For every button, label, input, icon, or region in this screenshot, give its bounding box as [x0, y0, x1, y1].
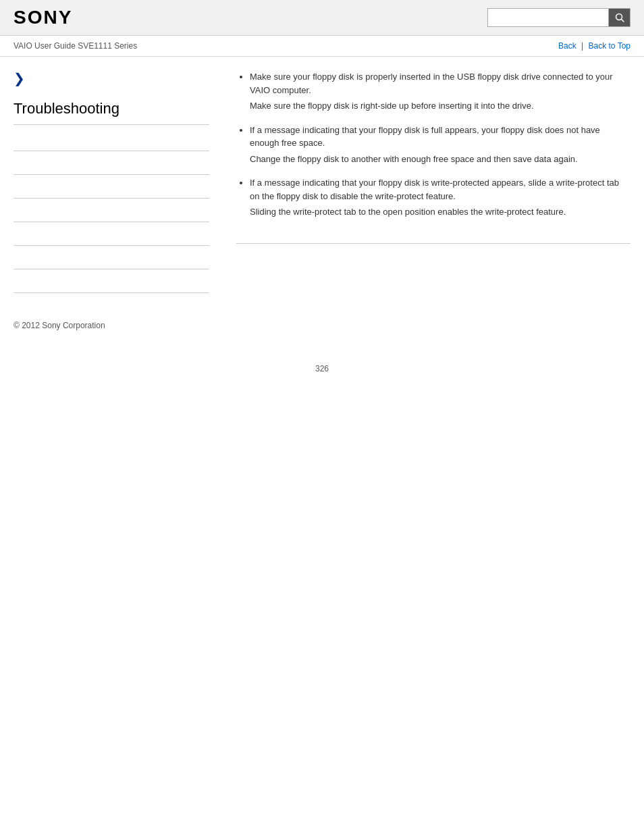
list-item[interactable]: [14, 151, 209, 175]
copyright-text: © 2012 Sony Corporation: [14, 321, 105, 330]
page-header: SONY: [0, 0, 644, 36]
list-item: Make sure your floppy disk is properly i…: [250, 70, 630, 113]
nav-separator: |: [581, 41, 583, 51]
sidebar-nav-list: [14, 134, 209, 293]
page-number: 326: [0, 364, 644, 387]
sony-logo: SONY: [14, 7, 72, 28]
svg-line-1: [621, 20, 624, 22]
footer: © 2012 Sony Corporation: [0, 307, 644, 337]
bullet-note: Sliding the write-protect tab to the ope…: [250, 205, 630, 219]
list-item[interactable]: [14, 175, 209, 199]
search-icon: [615, 13, 624, 22]
back-link[interactable]: Back: [558, 41, 576, 51]
list-item[interactable]: [14, 222, 209, 246]
search-input[interactable]: [487, 8, 609, 27]
bullet-list: Make sure your floppy disk is properly i…: [236, 70, 630, 219]
list-item[interactable]: [14, 134, 209, 151]
bullet-note: Make sure the floppy disk is right-side …: [250, 99, 630, 113]
sidebar: ❯ Troubleshooting: [14, 70, 223, 293]
sidebar-title: Troubleshooting: [14, 100, 209, 125]
list-item[interactable]: [14, 246, 209, 269]
list-item[interactable]: [14, 199, 209, 222]
nav-links: Back | Back to Top: [558, 41, 630, 51]
page-content: ❯ Troubleshooting Make sure your floppy …: [0, 57, 644, 307]
bullet-note: Change the floppy disk to another with e…: [250, 153, 630, 166]
list-item[interactable]: [14, 269, 209, 293]
list-item: If a message indicating that your floppy…: [250, 124, 630, 166]
back-to-top-link[interactable]: Back to Top: [589, 41, 630, 51]
search-button[interactable]: [609, 8, 630, 27]
main-content-inner: Make sure your floppy disk is properly i…: [236, 70, 630, 244]
list-item: If a message indicating that your floppy…: [250, 176, 630, 219]
sidebar-arrow: ❯: [14, 70, 209, 86]
main-content: Make sure your floppy disk is properly i…: [223, 70, 630, 293]
search-area: [487, 8, 630, 27]
nav-bar: VAIO User Guide SVE1111 Series Back | Ba…: [0, 36, 644, 57]
breadcrumb: VAIO User Guide SVE1111 Series: [14, 41, 137, 51]
